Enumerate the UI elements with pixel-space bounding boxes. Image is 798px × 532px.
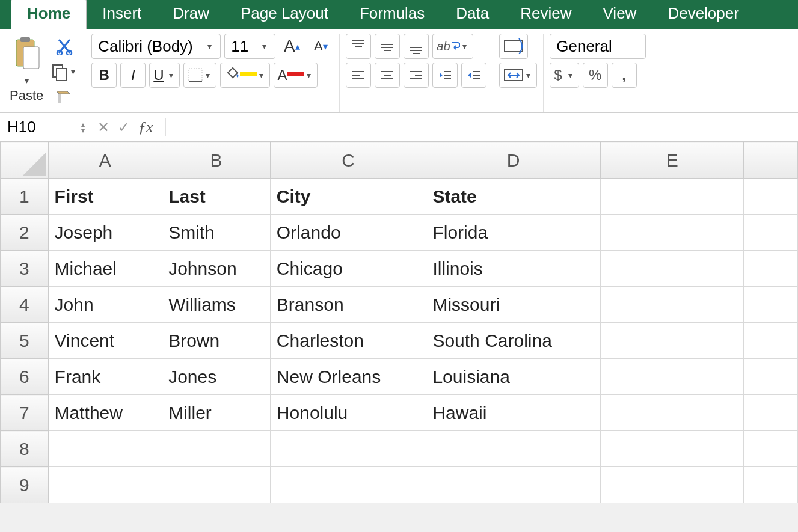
- cell[interactable]: [162, 431, 271, 467]
- tab-insert[interactable]: Insert: [87, 0, 157, 29]
- increase-indent-button[interactable]: [461, 63, 486, 88]
- col-header-a[interactable]: A: [48, 142, 162, 179]
- formula-input[interactable]: [165, 118, 170, 136]
- cut-icon[interactable]: [54, 36, 75, 57]
- align-top-button[interactable]: [346, 34, 371, 59]
- cell[interactable]: Johnson: [162, 251, 271, 287]
- font-name-input[interactable]: [98, 37, 200, 56]
- cell[interactable]: [744, 395, 798, 431]
- col-header-d[interactable]: D: [426, 142, 601, 179]
- align-center-button[interactable]: [375, 63, 400, 88]
- cell[interactable]: State: [426, 179, 601, 215]
- cell[interactable]: [600, 431, 744, 467]
- wrap-text-button[interactable]: ab ▾: [432, 34, 473, 59]
- font-size-select[interactable]: ▾: [224, 34, 275, 59]
- cell[interactable]: Michael: [48, 251, 162, 287]
- merge-center-button[interactable]: ▾: [499, 63, 537, 88]
- cell[interactable]: [600, 179, 744, 215]
- tab-view[interactable]: View: [588, 0, 652, 29]
- col-header-f[interactable]: [744, 142, 798, 179]
- cell[interactable]: Illinois: [426, 251, 601, 287]
- cell[interactable]: [270, 431, 426, 467]
- copy-icon[interactable]: ▾: [49, 61, 79, 82]
- cell[interactable]: South Carolina: [426, 323, 601, 359]
- name-box-spinner[interactable]: ▴▾: [81, 121, 85, 133]
- decrease-font-icon[interactable]: A▾: [308, 34, 333, 59]
- row-header[interactable]: 7: [1, 395, 49, 431]
- tab-page-layout[interactable]: Page Layout: [225, 0, 344, 29]
- tab-review[interactable]: Review: [505, 0, 587, 29]
- cell[interactable]: Honolulu: [270, 395, 426, 431]
- underline-button[interactable]: U▾: [149, 63, 179, 88]
- italic-button[interactable]: I: [120, 63, 146, 88]
- row-header[interactable]: 1: [1, 179, 49, 215]
- cell[interactable]: [426, 467, 601, 503]
- row-header[interactable]: 8: [1, 431, 49, 467]
- tab-home[interactable]: Home: [11, 0, 87, 29]
- cell[interactable]: [744, 179, 798, 215]
- cell[interactable]: Louisiana: [426, 359, 601, 395]
- cell[interactable]: Brown: [162, 323, 271, 359]
- bold-button[interactable]: B: [91, 63, 117, 88]
- select-all-corner[interactable]: [1, 142, 49, 179]
- cell[interactable]: Last: [162, 179, 271, 215]
- row-header[interactable]: 5: [1, 323, 49, 359]
- cell[interactable]: [600, 359, 744, 395]
- number-format-select[interactable]: General: [550, 34, 646, 59]
- col-header-c[interactable]: C: [270, 142, 426, 179]
- align-right-button[interactable]: [404, 63, 429, 88]
- comma-button[interactable]: ,: [612, 63, 637, 88]
- cell[interactable]: John: [48, 287, 162, 323]
- tab-formulas[interactable]: Formulas: [344, 0, 440, 29]
- tab-draw[interactable]: Draw: [157, 0, 225, 29]
- font-size-input[interactable]: [231, 37, 255, 56]
- name-box[interactable]: H10 ▴▾: [0, 113, 90, 142]
- cell[interactable]: [600, 467, 744, 503]
- cell[interactable]: Frank: [48, 359, 162, 395]
- cell[interactable]: [744, 215, 798, 251]
- merge-across-button[interactable]: [499, 34, 528, 59]
- cell[interactable]: [162, 467, 271, 503]
- percent-button[interactable]: %: [583, 63, 608, 88]
- cell[interactable]: [744, 431, 798, 467]
- cell[interactable]: Missouri: [426, 287, 601, 323]
- cell[interactable]: City: [270, 179, 426, 215]
- cell[interactable]: [270, 467, 426, 503]
- increase-font-icon[interactable]: A▴: [279, 34, 304, 59]
- cell[interactable]: Florida: [426, 215, 601, 251]
- cell[interactable]: [48, 467, 162, 503]
- cell[interactable]: [426, 431, 601, 467]
- tab-data[interactable]: Data: [440, 0, 505, 29]
- cell[interactable]: Chicago: [270, 251, 426, 287]
- cell[interactable]: [600, 395, 744, 431]
- cell[interactable]: [600, 215, 744, 251]
- cell[interactable]: Hawaii: [426, 395, 601, 431]
- currency-button[interactable]: $▾: [550, 63, 579, 88]
- col-header-b[interactable]: B: [162, 142, 271, 179]
- cell[interactable]: [744, 467, 798, 503]
- cell[interactable]: Orlando: [270, 215, 426, 251]
- col-header-e[interactable]: E: [600, 142, 744, 179]
- cell[interactable]: Vincent: [48, 323, 162, 359]
- cell[interactable]: Miller: [162, 395, 271, 431]
- cell[interactable]: Smith: [162, 215, 271, 251]
- cell[interactable]: [600, 287, 744, 323]
- font-name-select[interactable]: ▾: [91, 34, 221, 59]
- align-bottom-button[interactable]: [404, 34, 429, 59]
- cancel-formula-icon[interactable]: ✕: [97, 119, 109, 136]
- decrease-indent-button[interactable]: [432, 63, 458, 88]
- cell[interactable]: New Orleans: [270, 359, 426, 395]
- cell[interactable]: [600, 323, 744, 359]
- cell[interactable]: Charleston: [270, 323, 426, 359]
- row-header[interactable]: 4: [1, 287, 49, 323]
- tab-developer[interactable]: Developer: [652, 0, 755, 29]
- cell[interactable]: [744, 287, 798, 323]
- align-left-button[interactable]: [346, 63, 371, 88]
- cell[interactable]: Williams: [162, 287, 271, 323]
- paste-dropdown[interactable]: ▾: [23, 75, 30, 87]
- format-painter-icon[interactable]: [53, 87, 76, 107]
- cell[interactable]: First: [48, 179, 162, 215]
- row-header[interactable]: 3: [1, 251, 49, 287]
- accept-formula-icon[interactable]: ✓: [118, 119, 130, 136]
- cell[interactable]: [600, 251, 744, 287]
